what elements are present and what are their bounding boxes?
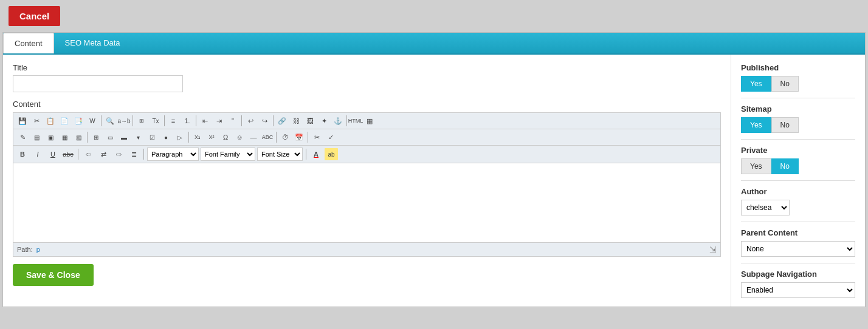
subpage-nav-select[interactable]: Enabled Disabled xyxy=(741,282,855,298)
title-input[interactable] xyxy=(13,75,183,92)
font-color-button[interactable]: A xyxy=(309,148,323,160)
cut2-icon[interactable]: ✂ xyxy=(310,131,323,143)
toolbar-row-1: 💾 ✂ 📋 📄 📑 W 🔍 a→b ⊞ Tx ≡ 1. ⇤ xyxy=(13,113,720,129)
private-yes-button[interactable]: Yes xyxy=(741,158,771,174)
content-body: Title Content 💾 ✂ 📋 📄 📑 W 🔍 a→b ⊞ xyxy=(3,55,865,307)
unlink-icon[interactable]: ⛓ xyxy=(289,115,303,127)
strikethrough-button[interactable]: abc xyxy=(61,148,75,160)
redo-icon[interactable]: ↪ xyxy=(258,115,271,127)
select-all-icon[interactable]: ⊞ xyxy=(135,115,148,127)
select-icon[interactable]: ▾ xyxy=(131,131,145,143)
button-icon[interactable]: ▷ xyxy=(173,131,187,143)
blockquote-icon[interactable]: " xyxy=(226,115,239,127)
font-size-select[interactable]: Font Size xyxy=(257,148,303,161)
replace-icon[interactable]: a→b xyxy=(117,115,131,127)
undo-icon[interactable]: ↩ xyxy=(244,115,257,127)
underline-button[interactable]: U xyxy=(46,148,60,160)
paste-icon[interactable]: 📄 xyxy=(58,115,71,127)
align-left-button[interactable]: ⇦ xyxy=(81,148,95,160)
save-icon[interactable]: 💾 xyxy=(16,115,29,127)
copy-icon[interactable]: 📋 xyxy=(44,115,57,127)
path-info: Path: p xyxy=(17,246,40,253)
paste-text-icon[interactable]: 📑 xyxy=(72,115,85,127)
edit-icon[interactable]: ✎ xyxy=(16,131,29,143)
table-icon[interactable]: ▤ xyxy=(30,131,43,143)
path-label: Path: xyxy=(17,246,33,253)
hr-icon[interactable]: — xyxy=(247,131,260,143)
editor-area[interactable] xyxy=(13,163,720,242)
fullscreen-icon[interactable]: ▦ xyxy=(363,115,376,127)
paragraph-select[interactable]: Paragraph xyxy=(147,148,199,161)
align-justify-button[interactable]: ≣ xyxy=(127,148,140,160)
spell-icon[interactable]: ✓ xyxy=(324,131,337,143)
tab-content[interactable]: Content xyxy=(3,33,54,53)
textfield-icon[interactable]: ▭ xyxy=(103,131,117,143)
separator-12 xyxy=(78,149,78,160)
author-select[interactable]: chelsea xyxy=(741,200,790,215)
author-label: Author xyxy=(741,187,855,196)
separator-2 xyxy=(133,115,133,126)
paste-word-icon[interactable]: W xyxy=(86,115,99,127)
outdent-icon[interactable]: ⇤ xyxy=(198,115,212,127)
flash-icon[interactable]: ✦ xyxy=(317,115,331,127)
separator-5 xyxy=(241,115,242,126)
align-center-button[interactable]: ⇄ xyxy=(97,148,110,160)
private-label: Private xyxy=(741,146,855,155)
spellcheck-icon[interactable]: ABC xyxy=(261,131,274,143)
special-char-icon[interactable]: Ω xyxy=(219,131,232,143)
private-toggle: Yes No xyxy=(741,158,855,174)
editor-wrapper: 💾 ✂ 📋 📄 📑 W 🔍 a→b ⊞ Tx ≡ 1. ⇤ xyxy=(13,112,721,257)
form-icon[interactable]: ⊞ xyxy=(89,131,103,143)
html-source-icon[interactable]: HTML xyxy=(349,115,362,127)
align-right-button[interactable]: ⇨ xyxy=(112,148,125,160)
anchor-icon[interactable]: ⚓ xyxy=(331,115,345,127)
divider-5 xyxy=(741,263,855,263)
subscript-icon[interactable]: X₂ xyxy=(191,131,204,143)
textarea-icon[interactable]: ▬ xyxy=(117,131,131,143)
resize-handle[interactable]: ⇲ xyxy=(709,245,717,254)
unordered-list-icon[interactable]: ≡ xyxy=(167,115,180,127)
toolbar-row-2: ✎ ▤ ▣ ▦ ▧ ⊞ ▭ ▬ ▾ ☑ ● ▷ X₂ X² Ω xyxy=(13,129,720,146)
tabs-bar: Content SEO Meta Data xyxy=(3,33,865,55)
separator-1 xyxy=(101,115,102,126)
image-icon[interactable]: 🖼 xyxy=(303,115,317,127)
published-yes-button[interactable]: Yes xyxy=(741,76,771,92)
font-family-select[interactable]: Font Family xyxy=(201,148,255,161)
link-icon[interactable]: 🔗 xyxy=(275,115,289,127)
ordered-list-icon[interactable]: 1. xyxy=(181,115,194,127)
remove-format-icon[interactable]: Tx xyxy=(149,115,162,127)
separator-9 xyxy=(188,132,189,143)
separator-11 xyxy=(308,132,308,143)
subpage-nav-label: Subpage Navigation xyxy=(741,270,855,279)
checkbox-icon[interactable]: ☑ xyxy=(145,131,159,143)
find-icon[interactable]: 🔍 xyxy=(103,115,117,127)
insert-time-icon[interactable]: ⏱ xyxy=(278,131,292,143)
parent-content-select[interactable]: None xyxy=(741,241,855,257)
top-bar: Cancel xyxy=(0,0,868,32)
insert-date-icon[interactable]: 📅 xyxy=(292,131,306,143)
italic-button[interactable]: I xyxy=(31,148,44,160)
private-no-button[interactable]: No xyxy=(771,158,799,174)
cell-icon[interactable]: ▣ xyxy=(44,131,57,143)
bg-color-button[interactable]: ab xyxy=(325,148,338,160)
left-panel: Title Content 💾 ✂ 📋 📄 📑 W 🔍 a→b ⊞ xyxy=(3,55,731,307)
smiley-icon[interactable]: ☺ xyxy=(233,131,246,143)
col-icon[interactable]: ▧ xyxy=(72,131,85,143)
published-no-button[interactable]: No xyxy=(771,76,799,92)
save-close-button[interactable]: Save & Close xyxy=(13,264,94,286)
superscript-icon[interactable]: X² xyxy=(205,131,218,143)
separator-10 xyxy=(276,132,277,143)
title-label: Title xyxy=(13,63,721,72)
cancel-button[interactable]: Cancel xyxy=(9,6,60,26)
separator-3 xyxy=(164,115,165,126)
radio-icon[interactable]: ● xyxy=(159,131,173,143)
tab-seo[interactable]: SEO Meta Data xyxy=(54,33,131,53)
cut-icon[interactable]: ✂ xyxy=(30,115,43,127)
sitemap-no-button[interactable]: No xyxy=(771,117,799,133)
row-icon[interactable]: ▦ xyxy=(58,131,71,143)
bold-button[interactable]: B xyxy=(16,148,29,160)
sitemap-yes-button[interactable]: Yes xyxy=(741,117,771,133)
sitemap-toggle: Yes No xyxy=(741,117,855,133)
separator-6 xyxy=(273,115,274,126)
indent-icon[interactable]: ⇥ xyxy=(212,115,226,127)
